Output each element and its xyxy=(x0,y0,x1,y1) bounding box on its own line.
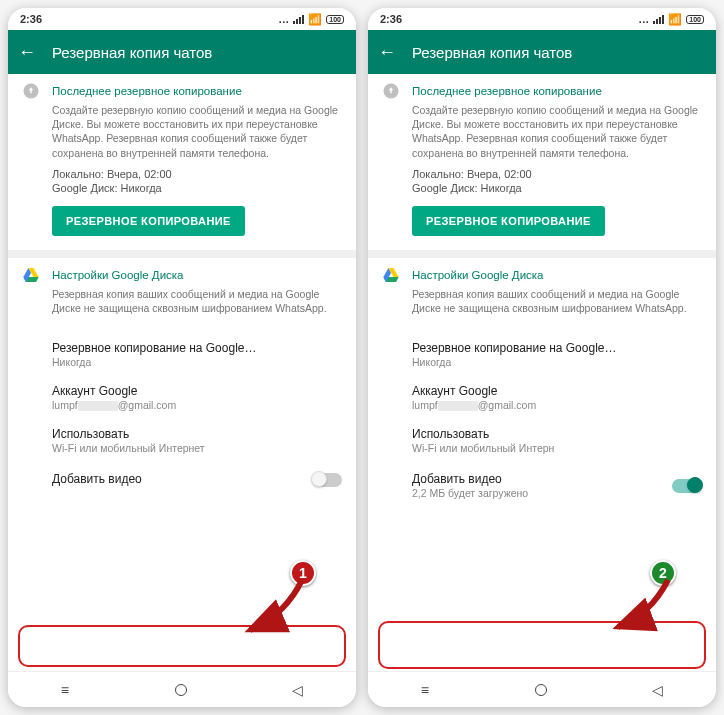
local-backup-line: Локально: Вчера, 02:00 xyxy=(52,168,342,180)
nav-menu-icon[interactable]: ≡ xyxy=(421,682,429,698)
signal-icon: 📶 xyxy=(668,13,682,26)
network-row[interactable]: Использовать Wi-Fi или мобильный Интерн xyxy=(368,419,716,462)
last-backup-header: Последнее резервное копирование xyxy=(52,85,242,97)
app-bar: ← Резервная копия чатов xyxy=(368,30,716,74)
page-title: Резервная копия чатов xyxy=(412,44,572,61)
include-video-toggle[interactable] xyxy=(672,479,702,493)
backup-frequency-title: Резервное копирование на Google… xyxy=(412,341,702,355)
notification-dots-icon: … xyxy=(638,13,649,25)
backup-frequency-row[interactable]: Резервное копирование на Google… Никогда xyxy=(8,333,356,376)
cloud-upload-icon xyxy=(22,82,40,100)
google-account-title: Аккаунт Google xyxy=(52,384,342,398)
status-time: 2:36 xyxy=(20,13,42,25)
nav-back-icon[interactable]: ◁ xyxy=(292,682,303,698)
phone-left: 2:36 … 📶 100 ← Резервная копия чатов Пос… xyxy=(8,8,356,707)
backup-description: Создайте резервную копию сообщений и мед… xyxy=(412,103,702,160)
include-video-title: Добавить видео xyxy=(412,472,672,486)
nav-menu-icon[interactable]: ≡ xyxy=(61,682,69,698)
drive-settings-header: Настройки Google Диска xyxy=(412,269,544,281)
backup-button[interactable]: РЕЗЕРВНОЕ КОПИРОВАНИЕ xyxy=(52,206,245,236)
backup-button[interactable]: РЕЗЕРВНОЕ КОПИРОВАНИЕ xyxy=(412,206,605,236)
wifi-icon xyxy=(293,15,304,24)
google-account-row[interactable]: Аккаунт Google lumpfx@gmail.com xyxy=(8,376,356,419)
back-icon[interactable]: ← xyxy=(18,42,36,63)
network-value: Wi-Fi или мобильный Интерн xyxy=(412,442,702,454)
network-title: Использовать xyxy=(52,427,342,441)
drive-settings-header: Настройки Google Диска xyxy=(52,269,184,281)
nav-home-icon[interactable] xyxy=(175,684,187,696)
local-backup-line: Локально: Вчера, 02:00 xyxy=(412,168,702,180)
notification-dots-icon: … xyxy=(278,13,289,25)
phone-right: 2:36 … 📶 100 ← Резервная копия чатов Пос… xyxy=(368,8,716,707)
battery-icon: 100 xyxy=(326,15,344,24)
wifi-icon xyxy=(653,15,664,24)
annotation-badge-2: 2 xyxy=(650,560,676,586)
include-video-title: Добавить видео xyxy=(52,472,312,486)
android-navbar: ≡ ◁ xyxy=(8,671,356,707)
google-account-value: lumpfx@gmail.com xyxy=(412,399,702,411)
backup-description: Создайте резервную копию сообщений и мед… xyxy=(52,103,342,160)
include-video-sub: 2,2 МБ будет загружено xyxy=(412,487,672,499)
google-account-title: Аккаунт Google xyxy=(412,384,702,398)
app-bar: ← Резервная копия чатов xyxy=(8,30,356,74)
drive-settings-desc: Резервная копия ваших сообщений и медиа … xyxy=(412,287,702,315)
nav-home-icon[interactable] xyxy=(535,684,547,696)
backup-frequency-row[interactable]: Резервное копирование на Google… Никогда xyxy=(368,333,716,376)
network-title: Использовать xyxy=(412,427,702,441)
drive-backup-line: Google Диск: Никогда xyxy=(412,182,702,194)
nav-back-icon[interactable]: ◁ xyxy=(652,682,663,698)
network-value: Wi-Fi или мобильный Интернет xyxy=(52,442,342,454)
google-account-value: lumpfx@gmail.com xyxy=(52,399,342,411)
divider xyxy=(368,250,716,258)
status-bar: 2:36 … 📶 100 xyxy=(368,8,716,30)
google-account-row[interactable]: Аккаунт Google lumpfx@gmail.com xyxy=(368,376,716,419)
redacted-text: x xyxy=(438,401,478,411)
android-navbar: ≡ ◁ xyxy=(368,671,716,707)
battery-icon: 100 xyxy=(686,15,704,24)
status-bar: 2:36 … 📶 100 xyxy=(8,8,356,30)
last-backup-header: Последнее резервное копирование xyxy=(412,85,602,97)
status-time: 2:36 xyxy=(380,13,402,25)
backup-frequency-title: Резервное копирование на Google… xyxy=(52,341,342,355)
network-row[interactable]: Использовать Wi-Fi или мобильный Интерне… xyxy=(8,419,356,462)
include-video-row[interactable]: Добавить видео 2,2 МБ будет загружено xyxy=(368,462,716,509)
drive-backup-line: Google Диск: Никогда xyxy=(52,182,342,194)
include-video-toggle[interactable] xyxy=(312,473,342,487)
signal-icon: 📶 xyxy=(308,13,322,26)
drive-settings-desc: Резервная копия ваших сообщений и медиа … xyxy=(52,287,342,315)
page-title: Резервная копия чатов xyxy=(52,44,212,61)
cloud-upload-icon xyxy=(382,82,400,100)
backup-frequency-value: Никогда xyxy=(412,356,702,368)
google-drive-icon xyxy=(22,266,40,284)
redacted-text: x xyxy=(78,401,118,411)
divider xyxy=(8,250,356,258)
annotation-badge-1: 1 xyxy=(290,560,316,586)
back-icon[interactable]: ← xyxy=(378,42,396,63)
google-drive-icon xyxy=(382,266,400,284)
backup-frequency-value: Никогда xyxy=(52,356,342,368)
include-video-row[interactable]: Добавить видео xyxy=(8,462,356,497)
